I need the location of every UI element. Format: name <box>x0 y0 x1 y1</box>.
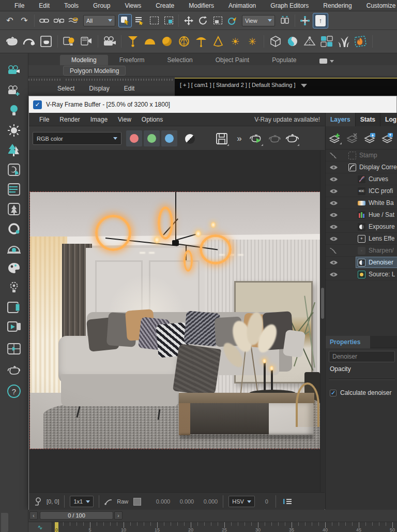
render-button[interactable] <box>284 131 300 146</box>
layer-row-sharpen-blur[interactable]: ◦ Sharpen/ <box>326 245 397 257</box>
dome-light-icon[interactable] <box>5 241 23 256</box>
layer-name-field[interactable]: Denoiser <box>329 351 395 362</box>
camera-add-icon[interactable] <box>5 83 23 99</box>
ribbon-display[interactable]: Display <box>89 85 109 92</box>
polygon-modeling-button[interactable]: Polygon Modeling <box>63 66 126 76</box>
vfb-title-bar[interactable]: ✓ V-Ray Frame Buffer - [25.0% of 3200 x … <box>29 96 396 113</box>
menu-modifiers[interactable]: Modifiers <box>181 2 221 9</box>
viewport-label[interactable]: [ + ] [ cam1 ] [ Standard 2 ] [ Default … <box>175 79 397 88</box>
stop-render-button[interactable] <box>267 131 282 146</box>
menu-rendering[interactable]: Rendering <box>316 2 359 9</box>
save-image-button[interactable] <box>214 131 230 146</box>
track-bar[interactable]: ∿ 5 10 15 20 25 30 35 40 45 50 0 <box>28 522 397 532</box>
opacity-slider[interactable] <box>329 379 395 380</box>
use-pivot-point-icon[interactable] <box>278 14 292 27</box>
ribbon-edit[interactable]: Edit <box>124 85 135 92</box>
reference-coordinate-dropdown[interactable]: View <box>242 15 275 26</box>
previous-frame-button[interactable]: ‹ <box>29 511 38 520</box>
properties-header[interactable]: Properties <box>326 336 370 348</box>
expand-toolbar-icon[interactable]: » <box>232 131 247 146</box>
menu-file[interactable]: File <box>7 2 32 9</box>
sunburst-icon[interactable]: ✳ <box>245 33 260 50</box>
select-link-icon[interactable] <box>38 14 51 27</box>
channel-dropdown[interactable]: RGB color <box>33 132 121 145</box>
select-by-name-icon[interactable] <box>133 14 146 27</box>
load-layers-button[interactable] <box>363 130 377 145</box>
eye-icon[interactable] <box>326 165 341 170</box>
pyramid-apex-icon[interactable] <box>302 33 317 50</box>
ribbon-select[interactable]: Select <box>57 85 74 92</box>
tree-icon[interactable] <box>5 142 23 158</box>
layer-row-denoiser[interactable]: Denoiser <box>326 257 397 269</box>
arc-rotate-icon[interactable] <box>21 33 37 50</box>
wire-cube-icon[interactable] <box>268 33 283 50</box>
menu-edit[interactable]: Edit <box>32 2 57 9</box>
green-channel-button[interactable] <box>144 130 160 146</box>
canvas-vertical-scrollbar[interactable] <box>320 151 324 492</box>
panel-grid-icon[interactable] <box>319 33 334 50</box>
environment-fire-icon[interactable] <box>353 33 369 50</box>
blue-channel-button[interactable] <box>161 130 177 146</box>
mono-channel-button[interactable] <box>182 131 197 146</box>
visibility-disabled-icon[interactable] <box>326 153 341 158</box>
menu-animation[interactable]: Animation <box>221 2 263 9</box>
geosphere-icon[interactable] <box>176 33 192 50</box>
scrollbar-thumb[interactable] <box>321 288 324 319</box>
light-lister-icon[interactable] <box>62 33 77 50</box>
list-icon[interactable] <box>5 182 23 197</box>
render-teapot-icon[interactable] <box>4 33 20 50</box>
calculate-denoiser-checkbox[interactable]: ✓ <box>330 390 337 396</box>
toolbar-grip[interactable] <box>28 79 60 81</box>
tab-populate[interactable]: Populate <box>261 55 308 65</box>
help-icon[interactable]: ? <box>7 385 21 398</box>
track-bar-ticks[interactable]: 5 10 15 20 25 30 35 40 45 50 <box>52 522 397 532</box>
delete-layer-button[interactable] <box>345 130 360 145</box>
camera-icon[interactable] <box>102 33 117 50</box>
eye-icon[interactable] <box>326 212 341 218</box>
render-setup-icon[interactable] <box>38 33 54 50</box>
batch-render-icon[interactable] <box>5 341 23 357</box>
layer-row-stamp[interactable]: Stamp <box>326 150 397 161</box>
eye-icon[interactable] <box>326 224 341 230</box>
tab-freeform[interactable]: Freeform <box>108 55 156 65</box>
teapot-icon[interactable] <box>5 363 23 378</box>
brush-ring-icon[interactable] <box>5 221 23 237</box>
proxy-plant-icon[interactable] <box>5 201 23 217</box>
frame-buffer-icon[interactable] <box>5 300 23 315</box>
layer-row-exposure[interactable]: Exposure <box>326 221 397 233</box>
eye-icon[interactable] <box>326 176 341 182</box>
add-layer-button[interactable] <box>328 130 342 145</box>
snap-toggle-icon[interactable] <box>298 14 312 27</box>
vfb-menu-render[interactable]: Render <box>54 116 85 123</box>
panel-toggle-icon[interactable] <box>283 498 292 505</box>
sun-icon[interactable]: ☀ <box>227 33 243 50</box>
panel-grip[interactable] <box>1 513 8 532</box>
sun-light-icon[interactable] <box>5 123 23 138</box>
eye-icon[interactable] <box>326 272 341 277</box>
bind-spacewarp-icon[interactable] <box>67 14 80 27</box>
lightbulb-icon[interactable] <box>5 103 23 119</box>
mini-curve-editor-button[interactable]: ∿ <box>28 522 52 532</box>
tab-object-paint[interactable]: Object Paint <box>204 55 261 65</box>
render-clapper-icon[interactable] <box>79 33 94 50</box>
tab-selection[interactable]: Selection <box>156 55 204 65</box>
unlink-icon[interactable] <box>52 14 66 27</box>
layer-row-source[interactable]: Source: L <box>326 269 397 280</box>
eye-icon[interactable] <box>326 188 341 194</box>
light-gizmo-icon[interactable] <box>5 280 23 295</box>
sphere-swirl-icon[interactable] <box>5 162 23 178</box>
sphere-light-icon[interactable] <box>159 33 175 50</box>
vfb-menu-file[interactable]: File <box>34 116 54 123</box>
ribbon-options-icon[interactable] <box>308 57 345 65</box>
player-icon[interactable] <box>5 319 23 335</box>
color-curve-icon[interactable] <box>104 498 113 505</box>
time-marker[interactable]: 0 <box>55 522 58 532</box>
select-rotate-icon[interactable] <box>196 14 210 27</box>
red-channel-button[interactable] <box>126 130 142 146</box>
grass-icon[interactable] <box>336 33 352 50</box>
zoom-dropdown[interactable]: 1x1 <box>70 496 94 507</box>
layer-row-curves[interactable]: Curves <box>326 173 397 185</box>
select-scale-icon[interactable] <box>211 14 224 27</box>
half-dome-light-icon[interactable] <box>142 33 158 50</box>
menu-graph-editors[interactable]: Graph Editors <box>263 2 316 9</box>
